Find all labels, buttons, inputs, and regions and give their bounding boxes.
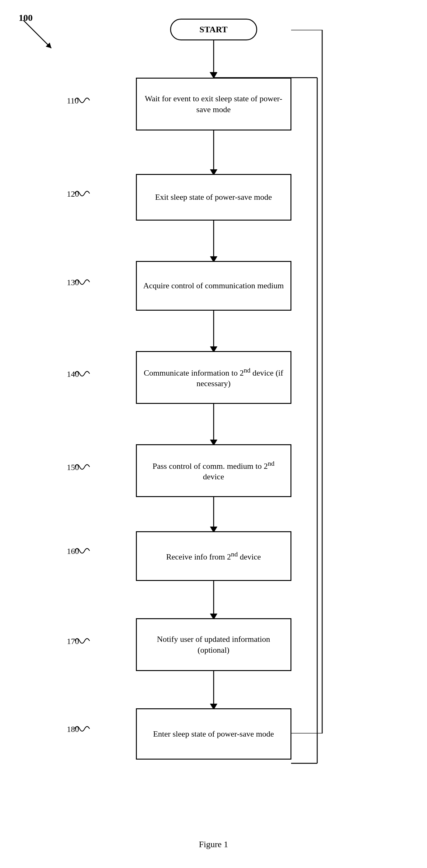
arrow-120-to-130 [209, 221, 218, 262]
step-170-text: Notify user of updated information (opti… [143, 634, 284, 655]
step-130-text: Acquire control of communication medium [143, 280, 284, 291]
arrow-start-to-110 [209, 40, 218, 79]
squiggle-170 [75, 636, 90, 646]
squiggle-130 [75, 277, 90, 287]
arrow-130-to-140 [209, 311, 218, 352]
loop-back-arrow [291, 30, 329, 734]
step-120-text: Exit sleep state of power-save mode [155, 192, 272, 203]
arrow-170-to-180 [209, 671, 218, 710]
step-150-box: Pass control of comm. medium to 2nd devi… [136, 444, 291, 497]
step-130-box: Acquire control of communication medium [136, 261, 291, 311]
step-180-text: Enter sleep state of power-save mode [153, 728, 274, 739]
arrow-110-to-120 [209, 130, 218, 176]
step-140-box: Communicate information to 2nd device (i… [136, 351, 291, 404]
step-110-box: Wait for event to exit sleep state of po… [136, 78, 291, 130]
arrow-150-to-160 [209, 497, 218, 533]
step-110-text: Wait for event to exit sleep state of po… [143, 93, 284, 115]
step-120-box: Exit sleep state of power-save mode [136, 174, 291, 221]
step-150-text: Pass control of comm. medium to 2nd devi… [143, 459, 284, 483]
start-label: START [199, 25, 227, 34]
number-arrow-icon [20, 17, 61, 58]
step-140-text: Communicate information to 2nd device (i… [143, 366, 284, 389]
squiggle-120 [75, 189, 90, 198]
squiggle-110 [75, 96, 90, 105]
arrow-140-to-150 [209, 404, 218, 446]
figure-label: Figure 1 [199, 839, 228, 849]
squiggle-180 [75, 724, 90, 734]
step-170-box: Notify user of updated information (opti… [136, 618, 291, 671]
squiggle-160 [75, 546, 90, 555]
step-160-box: Receive info from 2nd device [136, 531, 291, 581]
svg-line-0 [23, 20, 51, 48]
diagram-container: 100 START Wait for event to exit sleep s… [0, 0, 427, 868]
step-180-box: Enter sleep state of power-save mode [136, 708, 291, 760]
squiggle-150 [75, 462, 90, 472]
start-box: START [170, 19, 257, 40]
step-160-text: Receive info from 2nd device [166, 550, 261, 562]
arrow-160-to-170 [209, 581, 218, 620]
squiggle-140 [75, 369, 90, 378]
